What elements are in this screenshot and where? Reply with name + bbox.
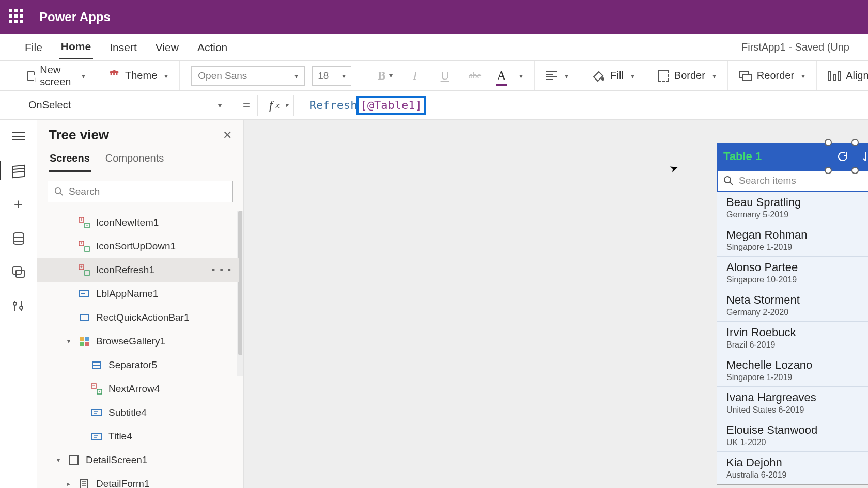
align-button[interactable]: Align ▾ (817, 61, 868, 90)
chevron-down-icon: ▾ (82, 72, 85, 80)
tree-item-detailscreen1[interactable]: DetailScreen1 (37, 448, 239, 472)
tree-item-lblappname1[interactable]: LblAppName1 (37, 282, 239, 306)
tree-item-iconrefresh1[interactable]: +-IconRefresh1• • • (37, 258, 239, 282)
border-button[interactable]: Border ▾ (646, 61, 728, 90)
title-bar: Power Apps (0, 0, 868, 34)
menu-file[interactable]: File (23, 36, 44, 59)
tab-screens[interactable]: Screens (49, 148, 91, 172)
fill-bucket-icon (592, 70, 605, 82)
list-item[interactable]: Mechelle LozanoSingapore 1-2019› (717, 354, 868, 387)
selection-handle[interactable] (851, 139, 859, 146)
chevron-down-icon: ▾ (519, 72, 523, 80)
close-icon[interactable]: ✕ (223, 129, 232, 142)
font-size-select[interactable]: 18▾ (312, 66, 351, 86)
tree-item-browsegallery1[interactable]: BrowseGallery1 (37, 329, 239, 353)
tree-item-label: LblAppName1 (96, 288, 158, 300)
border-icon (658, 70, 669, 82)
caret-icon[interactable] (55, 456, 62, 464)
tree-search[interactable] (48, 181, 233, 202)
svg-text:+: + (92, 383, 95, 388)
rail-hamburger[interactable] (9, 127, 28, 146)
svg-text:+: + (80, 264, 83, 270)
chevron-down-icon: ▾ (218, 101, 222, 109)
list-item-subtitle: Brazil 6-2019 (726, 340, 796, 350)
list-item[interactable]: Irvin RoebuckBrazil 6-2019› (717, 322, 868, 354)
menu-bar: File Home Insert View Action FirstApp1 -… (0, 34, 868, 61)
equals-label: = (236, 95, 258, 116)
rect-icon (79, 312, 90, 323)
left-rail: + (0, 120, 37, 488)
preview-search[interactable]: Search items (717, 170, 868, 192)
list-item[interactable]: Ivana HargreavesUnited States 6-2019› (717, 387, 868, 419)
new-screen-button[interactable]: New screen ▾ (21, 61, 97, 90)
caret-icon[interactable] (65, 338, 72, 345)
list-item[interactable]: Kia DejohnAustralia 6-2019› (717, 452, 868, 484)
strikethrough-button[interactable]: abc (464, 71, 485, 81)
formula-input[interactable]: Refresh[@Table1] (300, 95, 868, 116)
rail-advanced-tools[interactable] (9, 297, 28, 316)
fx-button[interactable]: fx▾ (264, 95, 294, 116)
theme-button[interactable]: Theme ▾ (97, 61, 180, 90)
menu-home[interactable]: Home (59, 35, 93, 59)
fill-button[interactable]: Fill ▾ (580, 61, 646, 90)
underline-button[interactable]: U (435, 69, 455, 83)
list-item[interactable]: Alonso ParteeSingapore 10-2019› (717, 257, 868, 289)
rail-media[interactable] (9, 263, 28, 282)
text-align-button[interactable]: ▾ (535, 61, 580, 90)
bold-button[interactable]: B▾ (375, 69, 395, 83)
tree-item-iconsortupdown1[interactable]: +-IconSortUpDown1 (37, 234, 239, 258)
media-icon (12, 265, 25, 280)
menu-insert[interactable]: Insert (107, 36, 139, 59)
sort-icon[interactable] (859, 148, 868, 165)
tree-item-nextarrow4[interactable]: +-NextArrow4 (37, 377, 239, 401)
chevron-down-icon: ▾ (801, 72, 805, 80)
reorder-icon (739, 71, 752, 81)
tab-components[interactable]: Components (104, 148, 165, 172)
font-family-select[interactable]: Open Sans▾ (191, 66, 305, 86)
selection-handle[interactable] (825, 139, 832, 146)
svg-rect-23 (80, 314, 88, 321)
list-item[interactable]: Beau SpratlingGermany 5-2019› (717, 192, 868, 224)
svg-line-8 (60, 193, 63, 196)
tree-item-detailform1[interactable]: DetailForm1 (37, 472, 239, 488)
search-input[interactable] (69, 186, 226, 197)
svg-point-4 (13, 302, 17, 305)
more-icon[interactable]: • • • (212, 265, 232, 276)
font-color-button[interactable]: A (494, 69, 508, 83)
formula-argument-highlight: [@Table1] (357, 96, 426, 115)
reorder-button[interactable]: Reorder ▾ (728, 61, 817, 90)
list-item[interactable]: Elouise StanwoodUK 1-2020› (717, 419, 868, 452)
tree-item-label: IconRefresh1 (96, 264, 154, 276)
svg-text:-: - (86, 270, 88, 275)
tree-item-label: BrowseGallery1 (96, 336, 165, 347)
tree-item-separator5[interactable]: Separator5 (37, 353, 239, 377)
caret-icon[interactable] (65, 480, 72, 487)
rail-insert[interactable]: + (9, 195, 28, 214)
rail-data[interactable] (9, 229, 28, 248)
canvas[interactable]: ➤ Table 1 + Search items Beau Spra (244, 120, 868, 488)
app-preview: Table 1 + Search items Beau SpratlingGer… (717, 143, 868, 484)
tree-item-subtitle4[interactable]: Subtitle4 (37, 401, 239, 424)
selection-handle[interactable] (825, 167, 832, 174)
list-item[interactable]: Neta StormentGermany 2-2020› (717, 289, 868, 322)
property-select[interactable]: OnSelect ▾ (21, 95, 229, 116)
app-launcher-icon[interactable] (9, 9, 25, 25)
formula-bar: OnSelect ▾ = fx▾ Refresh[@Table1] (0, 91, 868, 120)
search-icon (723, 176, 734, 186)
align-left-icon (546, 71, 557, 80)
list-item-subtitle: Singapore 10-2019 (726, 275, 798, 285)
tree-item-iconnewitem1[interactable]: +-IconNewItem1 (37, 211, 239, 234)
gallery-icon (79, 336, 90, 347)
tree-item-rectquickactionbar1[interactable]: RectQuickActionBar1 (37, 306, 239, 329)
app-name: Power Apps (39, 10, 111, 24)
tree-item-title4[interactable]: Title4 (37, 424, 239, 448)
list-item[interactable]: Megan RohmanSingapore 1-2019› (717, 224, 868, 257)
selection-handle[interactable] (851, 167, 859, 174)
svg-point-7 (55, 188, 61, 194)
menu-action[interactable]: Action (195, 36, 229, 59)
menu-view[interactable]: View (153, 36, 181, 59)
refresh-icon[interactable] (834, 148, 851, 165)
theme-label: Theme (125, 70, 157, 82)
rail-tree-view[interactable] (9, 161, 28, 180)
italic-button[interactable]: I (405, 69, 425, 83)
